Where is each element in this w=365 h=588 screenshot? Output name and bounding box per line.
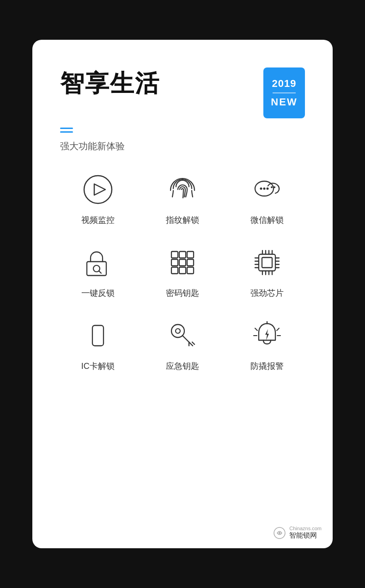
- footer-url: Chinazns.com: [289, 526, 322, 531]
- key-icon: [164, 317, 201, 354]
- feature-one-key-lock: 一键反锁: [60, 244, 135, 299]
- feature-alarm: 防撬报警: [230, 317, 305, 372]
- header: 智享生活 2019 NEW: [60, 67, 305, 118]
- feature-label-chip: 强劲芯片: [250, 288, 284, 299]
- wechat-icon: [249, 171, 286, 208]
- chip-icon: [249, 244, 286, 281]
- svg-rect-15: [179, 259, 186, 266]
- svg-line-41: [182, 336, 193, 346]
- badge-year: 2019: [272, 78, 297, 90]
- footer: Chinazns.com 智能锁网: [273, 526, 322, 540]
- svg-rect-8: [87, 262, 106, 276]
- play-circle-icon: [79, 171, 116, 208]
- svg-rect-20: [259, 254, 275, 271]
- new-badge: 2019 NEW: [263, 67, 305, 118]
- svg-rect-19: [187, 267, 194, 274]
- svg-line-46: [277, 328, 279, 331]
- svg-marker-1: [94, 184, 105, 195]
- feature-wechat: 微信解锁: [230, 171, 305, 226]
- svg-point-6: [271, 186, 273, 188]
- grid-icon: [164, 244, 201, 281]
- feature-label-video: 视频监控: [81, 214, 115, 226]
- svg-rect-14: [171, 259, 178, 266]
- feature-label-ic-card: IC卡解锁: [81, 361, 115, 372]
- svg-point-40: [176, 329, 180, 333]
- subtitle-bar: [60, 128, 305, 133]
- badge-divider: [273, 92, 296, 93]
- subtitle: 强大功能新体验: [60, 140, 305, 153]
- feature-label-fingerprint: 指纹解锁: [166, 214, 199, 226]
- alarm-icon: [249, 317, 286, 354]
- svg-line-43: [192, 342, 195, 344]
- page-title: 智享生活: [60, 67, 160, 100]
- bar-line-2: [60, 131, 73, 133]
- fingerprint-icon: [164, 171, 201, 208]
- feature-ic-card: IC卡解锁: [60, 317, 135, 372]
- feature-label-emergency-key: 应急钥匙: [166, 361, 199, 372]
- feature-label-alarm: 防撬报警: [250, 361, 284, 372]
- svg-rect-11: [171, 251, 178, 258]
- footer-logo-icon: [273, 526, 286, 540]
- feature-password-key: 密码钥匙: [145, 244, 220, 299]
- bar-lines: [60, 128, 73, 133]
- svg-point-5: [267, 188, 269, 190]
- svg-point-7: [274, 186, 275, 188]
- bar-line-1: [60, 128, 73, 129]
- features-grid: 视频监控 指纹解锁: [60, 171, 305, 372]
- feature-chip: 强劲芯片: [230, 244, 305, 299]
- card-icon: [79, 317, 116, 354]
- svg-point-50: [279, 532, 280, 534]
- svg-line-10: [99, 271, 101, 273]
- svg-rect-21: [262, 257, 272, 268]
- svg-rect-13: [187, 251, 194, 258]
- svg-point-3: [260, 188, 262, 190]
- badge-new: NEW: [271, 96, 297, 108]
- feature-fingerprint: 指纹解锁: [145, 171, 220, 226]
- feature-video-monitor: 视频监控: [60, 171, 135, 226]
- svg-point-0: [84, 176, 112, 203]
- footer-texts: Chinazns.com 智能锁网: [289, 526, 322, 540]
- svg-rect-18: [179, 267, 186, 274]
- lock-search-icon: [79, 244, 116, 281]
- feature-label-one-key-lock: 一键反锁: [81, 288, 115, 299]
- feature-emergency-key: 应急钥匙: [145, 317, 220, 372]
- main-card: 智享生活 2019 NEW 强大功能新体验 视频监控: [32, 40, 333, 548]
- svg-line-45: [255, 328, 257, 331]
- svg-rect-38: [92, 325, 103, 346]
- footer-name: 智能锁网: [289, 531, 322, 540]
- svg-rect-12: [179, 251, 186, 258]
- feature-label-password: 密码钥匙: [166, 288, 199, 299]
- feature-label-wechat: 微信解锁: [250, 214, 284, 226]
- svg-rect-16: [187, 259, 194, 266]
- svg-point-4: [263, 188, 266, 190]
- svg-rect-17: [171, 267, 178, 274]
